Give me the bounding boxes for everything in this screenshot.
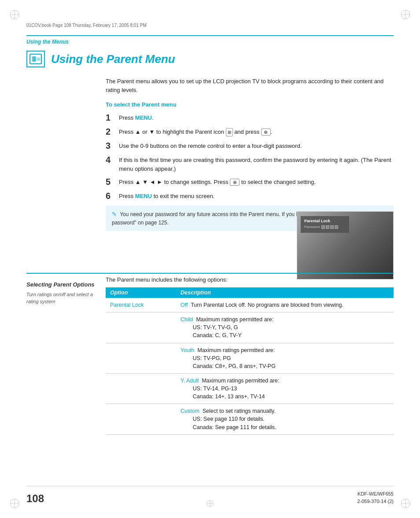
step-1: 1 Press MENU. — [106, 112, 394, 123]
main-content: The Parent menu allows you to set up the… — [106, 77, 394, 231]
note-icon: ✎ — [112, 211, 117, 217]
step-6-text: Press MENU to exit the menu screen. — [119, 191, 394, 201]
intro-text: The Parent menu allows you to set up the… — [106, 77, 394, 94]
selecting-intro: The Parent menu includes the following o… — [106, 276, 394, 283]
step-3-text: Use the 0-9 buttons on the remote contro… — [119, 140, 394, 151]
option-empty-yadult — [106, 373, 176, 404]
section-divider — [26, 273, 394, 274]
page-number: 108 — [26, 492, 44, 505]
table-row-custom: Custom Select to set ratings manually. U… — [106, 404, 394, 434]
screenshot-thumbnail: Parental Lock Password — [297, 211, 394, 279]
step-1-text: Press MENU. — [119, 112, 394, 123]
step-3: 3 Use the 0-9 buttons on the remote cont… — [106, 140, 394, 151]
svg-rect-16 — [33, 59, 35, 61]
step-6-number: 6 — [106, 191, 119, 201]
desc-off: Off Turn Parental Lock off. No programs … — [176, 298, 394, 312]
desc-custom: Custom Select to set ratings manually. U… — [176, 404, 394, 434]
step-6: 6 Press MENU to exit the menu screen. — [106, 191, 394, 201]
subheading: To select the Parent menu — [106, 101, 394, 108]
step-5-number: 5 — [106, 176, 119, 187]
step-4-text: If this is the first time you are creati… — [119, 154, 394, 173]
desc-yadult: Y. Adult Maximum ratings permitted are: … — [176, 373, 394, 404]
table-row-youth: Youth Maximum ratings permitted are: US:… — [106, 343, 394, 373]
desc-child: Child Maximum ratings permitted are: US:… — [176, 312, 394, 343]
top-divider-line — [26, 35, 394, 36]
parent-menu-icon — [26, 51, 45, 67]
col-option: Option — [106, 287, 176, 298]
options-table: Option Description Parental Lock Off Tur… — [106, 287, 394, 435]
footer: 108 KDF-WE/WF655 2-059-370-14 (2) — [26, 490, 394, 505]
option-empty-custom — [106, 404, 176, 434]
selecting-parent-sub: Turn ratings on/off and select a rating … — [26, 291, 99, 305]
table-row-child: Child Maximum ratings permitted are: US:… — [106, 312, 394, 343]
step-5: 5 Press ▲ ▼ ◄ ► to change settings. Pres… — [106, 176, 394, 187]
corner-mark-tr — [399, 8, 412, 21]
svg-point-15 — [33, 57, 35, 59]
desc-youth: Youth Maximum ratings permitted are: US:… — [176, 343, 394, 373]
file-info: 01COV.book Page 108 Thursday, February 1… — [26, 23, 394, 28]
step-1-number: 1 — [106, 112, 119, 123]
col-description: Description — [176, 287, 394, 298]
svg-rect-14 — [37, 58, 40, 61]
step-2: 2 Press ▲ or ▼ to highlight the Parent i… — [106, 126, 394, 137]
step-2-text: Press ▲ or ▼ to highlight the Parent ico… — [119, 126, 394, 137]
table-row-off: Parental Lock Off Turn Parental Lock off… — [106, 298, 394, 312]
model-info: KDF-WE/WF655 2-059-370-14 (2) — [357, 490, 394, 505]
corner-mark-bl — [8, 497, 21, 510]
step-2-number: 2 — [106, 126, 119, 137]
title-block: Using the Parent Menu — [26, 51, 175, 67]
selecting-parent-options-label: Selecting Parent Options Turn ratings on… — [26, 281, 99, 305]
model-name: KDF-WE/WF655 — [357, 490, 394, 498]
section-label: Using the Menus — [26, 39, 69, 45]
step-4: 4 If this is the first time you are crea… — [106, 154, 394, 173]
step-5-text: Press ▲ ▼ ◄ ► to change settings. Press … — [119, 176, 394, 187]
corner-mark-tl — [8, 8, 21, 21]
selecting-parent-content: The Parent menu includes the following o… — [106, 276, 394, 435]
model-code: 2-059-370-14 (2) — [357, 498, 394, 505]
page-main-title: Using the Parent Menu — [51, 52, 175, 66]
step-3-number: 3 — [106, 140, 119, 151]
option-empty-child — [106, 312, 176, 343]
selecting-parent-title: Selecting Parent Options — [26, 281, 99, 289]
option-empty-youth — [106, 343, 176, 373]
corner-mark-br — [399, 497, 412, 510]
step-4-number: 4 — [106, 154, 119, 173]
option-parental-lock: Parental Lock — [106, 298, 176, 312]
bottom-divider-line — [26, 486, 394, 486]
table-row-yadult: Y. Adult Maximum ratings permitted are: … — [106, 373, 394, 404]
